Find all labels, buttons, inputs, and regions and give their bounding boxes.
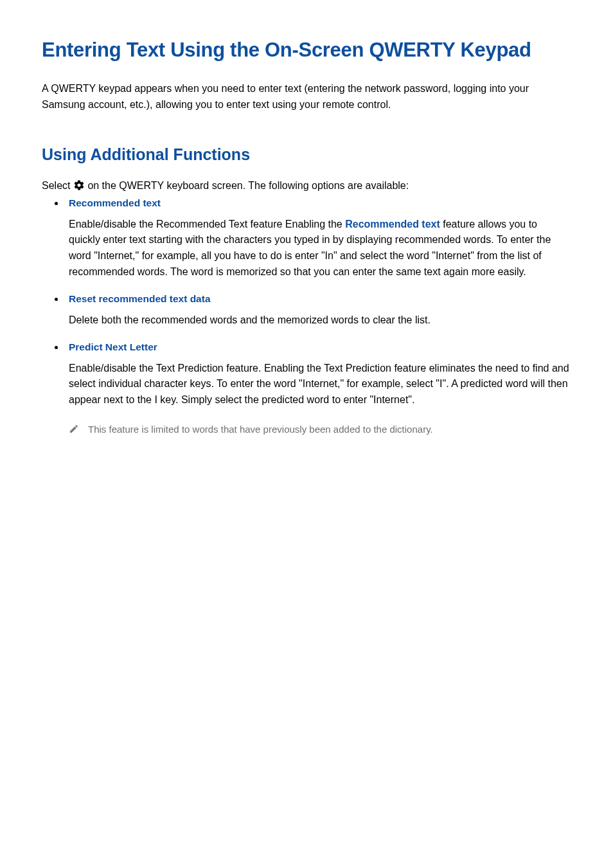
feature-description: Enable/disable the Recommended Text feat… xyxy=(69,217,571,280)
feature-description: Enable/disable the Text Prediction featu… xyxy=(69,361,571,408)
feature-list: Recommended text Enable/disable the Reco… xyxy=(42,197,571,437)
page-title: Entering Text Using the On-Screen QWERTY… xyxy=(42,39,571,62)
section-intro-suffix: on the QWERTY keyboard screen. The follo… xyxy=(87,180,409,191)
note-text: This feature is limited to words that ha… xyxy=(88,422,433,437)
pencil-icon xyxy=(69,424,79,434)
feature-title: Recommended text xyxy=(69,197,571,209)
gear-icon xyxy=(73,179,85,191)
feature-title: Reset recommended text data xyxy=(69,293,571,305)
feature-title: Predict Next Letter xyxy=(69,341,571,353)
section-intro: Select on the QWERTY keyboard screen. Th… xyxy=(42,178,571,194)
section-title: Using Additional Functions xyxy=(42,145,571,164)
feature-item-recommended-text: Recommended text Enable/disable the Reco… xyxy=(55,197,571,280)
feature-description: Delete both the recommended words and th… xyxy=(69,312,571,329)
intro-paragraph: A QWERTY keypad appears when you need to… xyxy=(42,81,571,113)
section-intro-prefix: Select xyxy=(42,180,73,191)
desc-highlight: Recommended text xyxy=(345,219,440,230)
note-block: This feature is limited to words that ha… xyxy=(69,422,571,437)
feature-item-predict-next-letter: Predict Next Letter Enable/disable the T… xyxy=(55,341,571,437)
feature-item-reset-recommended: Reset recommended text data Delete both … xyxy=(55,293,571,329)
desc-prefix: Enable/disable the Recommended Text feat… xyxy=(69,219,345,230)
